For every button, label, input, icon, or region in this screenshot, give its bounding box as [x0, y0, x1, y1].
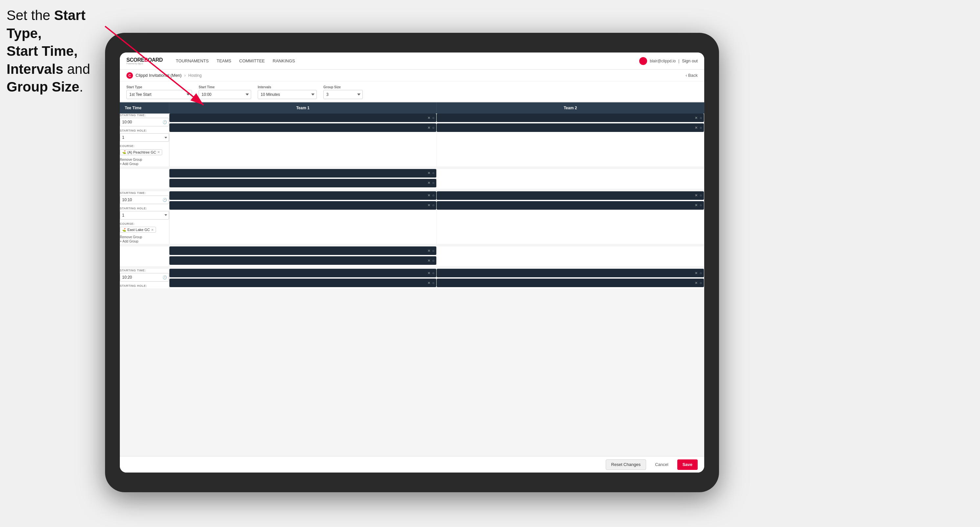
- starting-time-input-wrap-1: 🕐: [120, 118, 169, 126]
- slot-edit-btn[interactable]: ○: [433, 281, 435, 285]
- group-size-label: Group Size: [323, 85, 363, 89]
- slot-x-btn[interactable]: ✕: [428, 194, 430, 197]
- starting-hole-label-2: STARTING HOLE:: [120, 207, 169, 210]
- slot-x-btn[interactable]: ✕: [695, 281, 698, 285]
- starting-time-label-3: STARTING TIME:: [120, 269, 169, 272]
- slot-edit-btn[interactable]: ○: [433, 181, 435, 185]
- slot-x-btn[interactable]: ✕: [695, 194, 698, 197]
- slot-x-btn[interactable]: ✕: [695, 203, 698, 207]
- reset-changes-button[interactable]: Reset Changes: [606, 459, 646, 470]
- start-time-group: Start Time 10:00: [199, 85, 251, 99]
- slot-controls: ✕ ○: [428, 171, 435, 175]
- slot-x-btn[interactable]: ✕: [428, 126, 430, 130]
- user-email: blair@clippd.io: [650, 59, 676, 63]
- team1-course-cell-2: ✕ ○ ✕ ○: [169, 245, 437, 267]
- slot-edit-btn[interactable]: ○: [433, 126, 435, 130]
- slot-edit-btn[interactable]: ○: [700, 116, 702, 120]
- col-team2: Team 2: [437, 102, 704, 114]
- slot-edit-btn[interactable]: ○: [700, 194, 702, 197]
- course-name-2: East Lake GC: [127, 228, 150, 232]
- remove-group-link-1[interactable]: Remove Group: [120, 158, 169, 162]
- slot-edit-btn[interactable]: ○: [433, 271, 435, 275]
- nav-tournaments[interactable]: TOURNAMENTS: [176, 59, 209, 63]
- start-type-group: Start Type 1st Tee Start: [126, 85, 192, 99]
- group-size-select[interactable]: 3: [323, 90, 363, 99]
- slot-controls: ✕ ○: [428, 281, 435, 285]
- back-button[interactable]: ‹ Back: [686, 73, 698, 78]
- slot-edit-btn[interactable]: ○: [433, 194, 435, 197]
- slot-x-btn[interactable]: ✕: [428, 271, 430, 275]
- cancel-button[interactable]: Cancel: [649, 459, 674, 470]
- table-row: ✕ ○ ✕ ○: [120, 245, 704, 267]
- intervals-group: Intervals 10 Minutes: [258, 85, 317, 99]
- slot-x-btn[interactable]: ✕: [428, 171, 430, 175]
- annotation-bold-intervals: Intervals: [6, 61, 64, 77]
- player-slot: ✕ ○: [169, 256, 437, 265]
- remove-group-link-2[interactable]: Remove Group: [120, 235, 169, 239]
- intervals-select[interactable]: 10 Minutes: [258, 90, 317, 99]
- slot-x-btn[interactable]: ✕: [428, 249, 430, 253]
- hole-select-1[interactable]: 1: [120, 133, 169, 142]
- start-type-select[interactable]: 1st Tee Start: [126, 90, 192, 99]
- sign-out-link[interactable]: Sign out: [682, 59, 698, 63]
- slot-x-btn[interactable]: ✕: [695, 271, 698, 275]
- slot-x-btn[interactable]: ✕: [695, 126, 698, 130]
- slot-controls: ✕ ○: [695, 281, 702, 285]
- clock-icon-2: 🕐: [162, 198, 167, 202]
- slot-controls: ✕ ○: [695, 194, 702, 197]
- player-slot: ✕ ○: [437, 123, 704, 132]
- starting-time-input-3[interactable]: [120, 273, 169, 281]
- start-time-select[interactable]: 10:00: [199, 90, 251, 99]
- player-slot: ✕ ○: [169, 201, 437, 210]
- slot-x-btn[interactable]: ✕: [428, 281, 430, 285]
- nav-teams[interactable]: TEAMS: [217, 59, 231, 63]
- player-slot: ✕ ○: [437, 269, 704, 277]
- clock-icon-3: 🕐: [162, 275, 167, 279]
- slot-x-btn[interactable]: ✕: [428, 203, 430, 207]
- course-label-2: COURSE:: [120, 222, 169, 225]
- slot-x-btn[interactable]: ✕: [428, 259, 430, 262]
- slot-edit-btn[interactable]: ○: [700, 203, 702, 207]
- user-avatar: [639, 57, 647, 65]
- course-remove-icon-2[interactable]: ✕: [151, 228, 154, 232]
- slot-edit-btn[interactable]: ○: [700, 281, 702, 285]
- hole-select-2[interactable]: 1: [120, 211, 169, 219]
- slot-controls: ✕ ○: [428, 116, 435, 120]
- starting-time-input-wrap-3: 🕐: [120, 273, 169, 281]
- annotation-bold-group-size: Group Size: [6, 79, 80, 95]
- schedule-table: Tee Time Team 1 Team 2 STARTING TIME: 🕐: [120, 102, 704, 291]
- nav-rankings[interactable]: RANKINGS: [273, 59, 295, 63]
- start-time-label: Start Time: [199, 85, 251, 89]
- team2-cell-3: ✕ ○ ✕ ○: [437, 267, 704, 290]
- add-group-link-1[interactable]: + Add Group: [120, 162, 169, 166]
- action-links-1: Remove Group + Add Group: [120, 158, 169, 166]
- slot-controls: ✕ ○: [428, 249, 435, 253]
- save-button[interactable]: Save: [677, 459, 698, 470]
- slot-edit-btn[interactable]: ○: [700, 271, 702, 275]
- course-tag-2: ⛳ East Lake GC ✕: [120, 227, 156, 233]
- team2-cell-2: ✕ ○ ✕ ○: [437, 190, 704, 246]
- slot-x-btn[interactable]: ✕: [428, 116, 430, 120]
- slot-x-btn[interactable]: ✕: [428, 181, 430, 185]
- course-remove-icon-1[interactable]: ✕: [157, 150, 160, 154]
- schedule-table-container: Tee Time Team 1 Team 2 STARTING TIME: 🕐: [120, 102, 704, 456]
- slot-edit-btn[interactable]: ○: [433, 249, 435, 253]
- slot-controls: ✕ ○: [428, 181, 435, 185]
- annotation-text: Set the Start Type, Start Time, Interval…: [6, 6, 99, 96]
- nav-committee[interactable]: COMMITTEE: [239, 59, 265, 63]
- event-name[interactable]: Clippd Invitational (Men): [135, 73, 181, 78]
- slot-x-btn[interactable]: ✕: [695, 116, 698, 120]
- player-slot: ✕ ○: [169, 191, 437, 200]
- slot-edit-btn[interactable]: ○: [433, 171, 435, 175]
- slot-edit-btn[interactable]: ○: [433, 203, 435, 207]
- slot-edit-btn[interactable]: ○: [433, 116, 435, 120]
- course-flag-icon-2: ⛳: [122, 228, 126, 232]
- slot-edit-btn[interactable]: ○: [433, 259, 435, 262]
- col-tee-time: Tee Time: [120, 102, 169, 114]
- add-group-link-2[interactable]: + Add Group: [120, 240, 169, 243]
- starting-time-input-1[interactable]: [120, 118, 169, 126]
- footer-bar: Reset Changes Cancel Save: [120, 456, 704, 473]
- breadcrumb-bar: C Clippd Invitational (Men) › Hosting ‹ …: [120, 70, 704, 81]
- starting-time-input-2[interactable]: [120, 195, 169, 204]
- slot-edit-btn[interactable]: ○: [700, 126, 702, 130]
